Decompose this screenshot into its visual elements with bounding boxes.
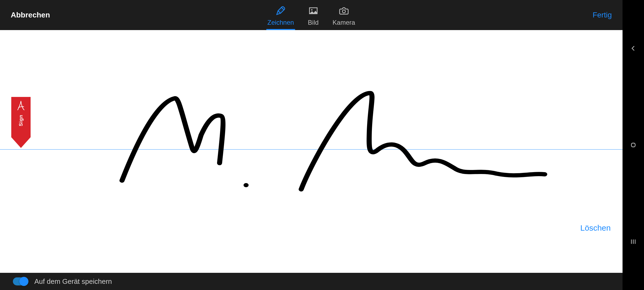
- tab-camera[interactable]: Kamera: [331, 0, 356, 30]
- tab-draw[interactable]: Zeichnen: [266, 0, 295, 30]
- cancel-button[interactable]: Abbrechen: [11, 11, 50, 19]
- svg-point-1: [311, 9, 312, 10]
- signature-canvas[interactable]: Sign Löschen: [0, 30, 623, 273]
- svg-point-3: [244, 183, 249, 187]
- save-on-device-toggle[interactable]: [13, 277, 28, 285]
- toolbar: Abbrechen Zeichnen: [0, 0, 623, 30]
- nav-home-button[interactable]: [627, 139, 640, 151]
- chevron-left-icon: [630, 45, 637, 52]
- signature-drawing-area[interactable]: Sign: [0, 30, 623, 219]
- svg-point-2: [342, 10, 345, 13]
- svg-rect-4: [631, 143, 635, 147]
- tab-camera-label: Kamera: [332, 19, 355, 26]
- save-on-device-label: Auf dem Gerät speichern: [34, 277, 112, 286]
- mode-tabs: Zeichnen Bild: [266, 0, 356, 30]
- nav-recents-button[interactable]: [627, 235, 640, 248]
- recents-icon: [630, 238, 637, 245]
- app-root: Abbrechen Zeichnen: [0, 0, 623, 290]
- pen-icon: [275, 5, 286, 16]
- tab-image[interactable]: Bild: [307, 0, 320, 30]
- signature-stroke: [0, 30, 623, 219]
- system-nav-bar: [623, 0, 644, 290]
- tab-image-label: Bild: [308, 19, 319, 26]
- image-icon: [308, 5, 319, 16]
- footer-bar: Auf dem Gerät speichern: [0, 273, 623, 290]
- canvas-container: Sign Löschen: [0, 30, 623, 273]
- done-button[interactable]: Fertig: [592, 11, 612, 19]
- tab-draw-label: Zeichnen: [268, 19, 294, 26]
- nav-back-button[interactable]: [627, 42, 640, 55]
- canvas-footer: Löschen: [0, 219, 623, 273]
- camera-icon: [338, 5, 349, 16]
- home-icon: [630, 141, 637, 149]
- delete-button[interactable]: Löschen: [580, 223, 611, 233]
- toggle-knob: [19, 277, 28, 286]
